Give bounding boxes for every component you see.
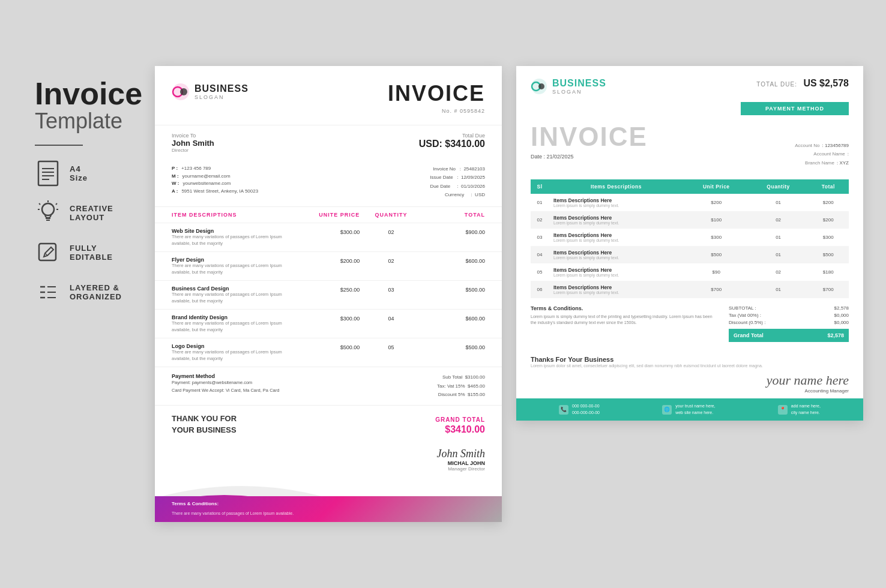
inv1-issue-date: Issue Date : 12/09/2025 [430,173,485,182]
feature-a4-text: A4 Size [70,164,88,183]
feature-layered-text: LAYERED & ORGANIZED [70,283,122,302]
feature-a4-label1: A4 [70,164,88,174]
col-header-qty: QUANTITY [360,212,422,218]
feature-creative-label1: CREATIVE [70,204,113,214]
inv1-bottom-wave: Terms & Conditions: There are many varia… [155,474,502,522]
inv1-total-due-amount: USD: $3410.00 [419,139,485,149]
inv1-invoice-word: INVOICE [388,83,485,104]
inv2-subtotal-label: SUBTOTAL : [729,305,756,311]
inv2-thanks: Thanks For Your Business Lorem ipsum dol… [516,351,863,373]
inv2-grand-row: Grand Total $2,578 [729,329,849,342]
svg-line-9 [39,203,40,205]
inv1-total-due-label: Total Due [419,133,485,139]
inv1-table-header: ITEM DESCRIPTIONS UNITE PRICE QUANTITY T… [155,206,502,223]
svg-line-10 [56,203,57,205]
table-row: 01 Items Descriptions HereLorem ipsum is… [531,194,849,211]
inv2-col-sl: Sl [531,179,549,194]
inv1-logo-text: BUSINESS SLOGAN [194,83,249,100]
inv1-terms-text: There are many variations of passages of… [172,511,294,515]
inv1-logo: BUSINESS SLOGAN [172,83,249,101]
inv1-thank-you-text: THANK YOU FORYOUR BUSINESS [172,414,237,434]
table-row: 05 Items Descriptions HereLorem ipsum is… [531,263,849,281]
inv1-grand-label: GRAND TOTAL [435,416,485,423]
table-row: Logo Design There are many variations of… [155,338,502,367]
col-header-price: UNITE PRICE [297,212,360,218]
table-row: 04 Items Descriptions HereLorem ipsum is… [531,246,849,263]
inv2-thanks-text: Lorem ipsum dolor sit amet, consectetuer… [531,363,849,370]
lightbulb-icon [35,200,61,226]
inv2-terms-title: Terms & Conditions. [531,305,717,311]
inv1-subtotal: Sub Total $3100.00 [437,373,485,382]
feature-creative: CREATIVE LAYOUT [35,200,149,226]
inv2-total-due-amount: US $2,578 [803,78,849,88]
inv2-discount-label: Discount (0.5%) : [729,320,765,325]
inv1-signer-title: Manager Director [172,466,485,472]
inv2-invoice-title: INVOICE [531,124,648,150]
inv2-acc-name: Account Name: [795,150,849,158]
inv2-bottom-bar: 📞 000 000-00-00 000-000-00-00 🌐 your tru… [516,398,863,421]
inv2-footer: Terms & Conditions. Lorem ipsum is simpl… [516,298,863,351]
inv2-col-total: Total [807,179,849,194]
sidebar-title-template: Template [35,109,149,133]
inv1-grand-amount: $3410.00 [445,424,485,434]
sidebar-divider [35,145,83,146]
inv2-contact-location-text: add name here, city name here. [791,403,821,416]
inv1-payment-method: Payment: payments@websitename.com [172,379,279,387]
inv1-contact-left: P :+123 456 789 M :yourname@email.com W … [172,165,258,200]
inv2-company-slogan: SLOGAN [552,89,606,95]
table-row: Business Card Design There are many vari… [155,280,502,309]
feature-editable-label2: EDITABLE [70,253,113,262]
inv1-header: BUSINESS SLOGAN INVOICE No. # 0595842 [155,66,502,125]
inv2-totals: SUBTOTAL : $2,578 Tax (Vat 00%) : $0,000… [729,305,849,344]
feature-a4: A4 Size [35,160,149,187]
inv1-bill-to-label: Invoice To [172,133,214,139]
inv2-table: Sl Items Descriptions Unit Price Quantit… [531,179,849,298]
svg-rect-13 [39,244,56,260]
sidebar: Invoice Template A4 Size [23,66,155,331]
inv2-col-item: Items Descriptions [549,179,684,194]
inv1-phone: P :+123 456 789 [172,165,258,173]
table-row: 06 Items Descriptions HereLorem ipsum is… [531,281,849,298]
inv1-bill-to: Invoice To John Smith Director [172,133,214,153]
inv1-bill-to-name: John Smith [172,139,214,148]
inv1-table-rows: Web Site Design There are many variation… [155,223,502,367]
inv2-table-header-row: Sl Items Descriptions Unit Price Quantit… [531,179,849,194]
feature-creative-text: CREATIVE LAYOUT [70,204,113,223]
inv2-sig-script: your name here [767,373,849,388]
document-icon [35,160,61,187]
inv2-subtotal-row: SUBTOTAL : $2,578 [729,305,849,311]
inv2-logo-text: BUSINESS SLOGAN [552,78,606,95]
inv2-table-body: 01 Items Descriptions HereLorem ipsum is… [531,194,849,298]
inv2-header-row2: INVOICE Date : 21/02/2025 Account No: 12… [516,119,863,175]
inv1-invoice-number: No. # 0595842 [442,108,485,114]
svg-point-23 [180,88,187,95]
inv2-tax-val: $0,000 [834,313,849,318]
inv2-account-info: Account No: 123456789 Account Name: Bran… [795,124,849,167]
inv2-discount-val: $0,000 [834,320,849,325]
phone-icon: 📞 [559,405,568,415]
feature-creative-label2: LAYOUT [70,213,113,223]
inv2-payment-method-area: PAYMENT METHOD [516,102,863,119]
inv1-total-due: Total Due USD: $3410.00 [419,133,485,153]
feature-editable-text: FULLY EDITABLE [70,244,113,262]
inv2-branch-name: Branch Name: XYZ [795,159,849,167]
svg-line-14 [45,253,47,256]
inv2-thanks-title: Thanks For Your Business [531,356,849,363]
inv1-terms-title: Terms & Conditions: [172,501,485,506]
inv2-date: Date : 21/02/2025 [531,154,648,160]
main-container: Invoice Template A4 Size [23,66,863,523]
inv1-email: M :yourname@email.com [172,173,258,181]
location-icon: 📍 [778,405,788,415]
inv1-discount: Discount 5% $155.00 [437,391,485,399]
table-row: 03 Items Descriptions HereLorem ipsum is… [531,229,849,246]
inv2-tax-row: Tax (Vat 00%) : $0,000 [729,313,849,318]
inv1-title-area: INVOICE No. # 0595842 [388,83,485,115]
inv1-bill-to-role: Director [172,148,214,153]
svg-rect-0 [38,161,58,185]
inv2-signature: your name here Accounting Manager [516,373,863,398]
inv1-currency: Currency : USD [430,191,485,199]
col-header-item: ITEM DESCRIPTIONS [172,212,297,218]
inv2-subtotal-val: $2,578 [834,305,849,311]
inv2-acc-no: Account No: 123456789 [795,142,849,150]
inv1-due-date: Due Date : 01/10/2026 [430,182,485,191]
